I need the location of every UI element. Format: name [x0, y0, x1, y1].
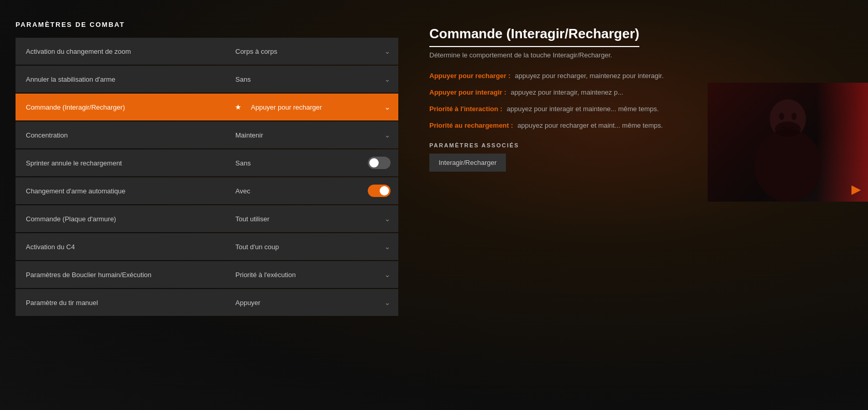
- setting-label-zoom: Activation du changement de zoom: [16, 48, 230, 55]
- option-text-1: appuyez pour recharger, maintenez pour i…: [515, 72, 664, 80]
- svg-point-3: [779, 113, 784, 120]
- chevron-down-icon: ⌄: [384, 131, 391, 139]
- option-text-4: appuyez pour recharger et maint... même …: [517, 122, 663, 129]
- option-text-2: appuyez pour interagir, maintenez p...: [511, 88, 623, 96]
- setting-label-concentration: Concentration: [16, 131, 230, 139]
- setting-row-interagir-recharger[interactable]: Commande (Interagir/Recharger) ★ Appuyer…: [16, 94, 398, 120]
- chevron-down-icon: ⌄: [384, 298, 391, 307]
- chevron-down-icon: ⌄: [384, 270, 391, 279]
- setting-row-plaque-armure[interactable]: Commande (Plaque d'armure) Tout utiliser…: [16, 205, 398, 232]
- webcam-inner: ▶: [708, 83, 868, 202]
- command-description: Détermine le comportement de la touche I…: [429, 50, 791, 60]
- settings-list: Activation du changement de zoom Corps à…: [16, 38, 398, 316]
- setting-label-stabilisation: Annuler la stabilisation d'arme: [16, 75, 230, 83]
- setting-value-bouclier: Priorité à l'exécution ⌄: [230, 270, 398, 279]
- star-icon: ★: [230, 103, 246, 111]
- option-title-3: Priorité à l'interaction :: [429, 105, 502, 113]
- section-title: PARAMÈTRES DE COMBAT: [16, 21, 398, 28]
- left-panel: PARAMÈTRES DE COMBAT Activation du chang…: [16, 21, 398, 389]
- webcam-logo-icon: ▶: [851, 183, 860, 196]
- chevron-down-icon: ⌄: [384, 215, 391, 223]
- chevron-down-icon: ⌄: [384, 103, 391, 111]
- option-appuyer-recharger: Appuyer pour recharger : appuyez pour re…: [429, 71, 766, 80]
- setting-value-sprint-rechargement: Sans: [230, 157, 398, 169]
- setting-value-zoom: Corps à corps ⌄: [230, 47, 398, 55]
- command-title: Commande (Interagir/Recharger): [429, 26, 639, 47]
- option-title-1: Appuyer pour recharger :: [429, 72, 511, 80]
- option-title-4: Priorité au rechargement :: [429, 122, 513, 129]
- setting-label-tir-manuel: Paramètre du tir manuel: [16, 299, 230, 307]
- setting-value-plaque-armure: Tout utiliser ⌄: [230, 215, 398, 223]
- setting-value-tir-manuel: Appuyer ⌄: [230, 298, 398, 307]
- toggle-sprint-rechargement[interactable]: [368, 157, 391, 169]
- setting-row-stabilisation[interactable]: Annuler la stabilisation d'arme Sans ⌄: [16, 66, 398, 93]
- command-title-underline: Commande (Interagir/Recharger): [429, 26, 852, 50]
- right-panel: Commande (Interagir/Recharger) Détermine…: [429, 21, 852, 389]
- chevron-down-icon: ⌄: [384, 75, 391, 83]
- setting-label-interagir-recharger: Commande (Interagir/Recharger): [16, 103, 230, 111]
- setting-row-bouclier[interactable]: Paramètres de Bouclier humain/Exécution …: [16, 261, 398, 288]
- setting-value-activation-c4: Tout d'un coup ⌄: [230, 242, 398, 251]
- svg-point-4: [791, 113, 797, 120]
- setting-label-changement-arme: Changement d'arme automatique: [16, 187, 230, 195]
- toggle-changement-arme[interactable]: [368, 185, 391, 197]
- setting-label-activation-c4: Activation du C4: [16, 243, 230, 251]
- option-appuyer-interagir: Appuyer pour interagir : appuyez pour in…: [429, 87, 688, 97]
- option-title-2: Appuyer pour interagir :: [429, 88, 506, 96]
- person-silhouette: [741, 98, 834, 202]
- webcam-overlay: ▶: [708, 83, 868, 202]
- option-priorite-rechargement: Priorité au rechargement : appuyez pour …: [429, 120, 688, 130]
- toggle-knob: [380, 186, 389, 195]
- setting-value-concentration: Maintenir ⌄: [230, 131, 398, 139]
- option-text-3: appuyez pour interagir et maintene... mê…: [507, 105, 659, 113]
- setting-label-sprint-rechargement: Sprinter annule le rechargement: [16, 159, 230, 167]
- svg-point-5: [775, 122, 801, 137]
- toggle-knob: [369, 158, 379, 168]
- setting-label-bouclier: Paramètres de Bouclier humain/Exécution: [16, 271, 230, 279]
- setting-row-concentration[interactable]: Concentration Maintenir ⌄: [16, 122, 398, 148]
- setting-row-changement-arme[interactable]: Changement d'arme automatique Avec: [16, 177, 398, 204]
- chevron-down-icon: ⌄: [384, 242, 391, 251]
- setting-value-interagir-recharger: Appuyer pour recharger ⌄: [246, 103, 398, 111]
- svg-point-2: [754, 129, 821, 202]
- setting-row-activation-c4[interactable]: Activation du C4 Tout d'un coup ⌄: [16, 233, 398, 260]
- setting-value-changement-arme: Avec: [230, 185, 398, 197]
- option-priorite-interaction: Priorité à l'interaction : appuyez pour …: [429, 104, 688, 113]
- setting-row-zoom[interactable]: Activation du changement de zoom Corps à…: [16, 38, 398, 65]
- main-container: PARAMÈTRES DE COMBAT Activation du chang…: [0, 0, 868, 410]
- chevron-down-icon: ⌄: [384, 47, 391, 55]
- setting-value-stabilisation: Sans ⌄: [230, 75, 398, 83]
- setting-row-tir-manuel[interactable]: Paramètre du tir manuel Appuyer ⌄: [16, 289, 398, 316]
- param-tag-interagir-recharger[interactable]: Interagir/Recharger: [429, 154, 506, 172]
- setting-row-sprint-rechargement[interactable]: Sprinter annule le rechargement Sans: [16, 149, 398, 176]
- setting-label-plaque-armure: Commande (Plaque d'armure): [16, 215, 230, 223]
